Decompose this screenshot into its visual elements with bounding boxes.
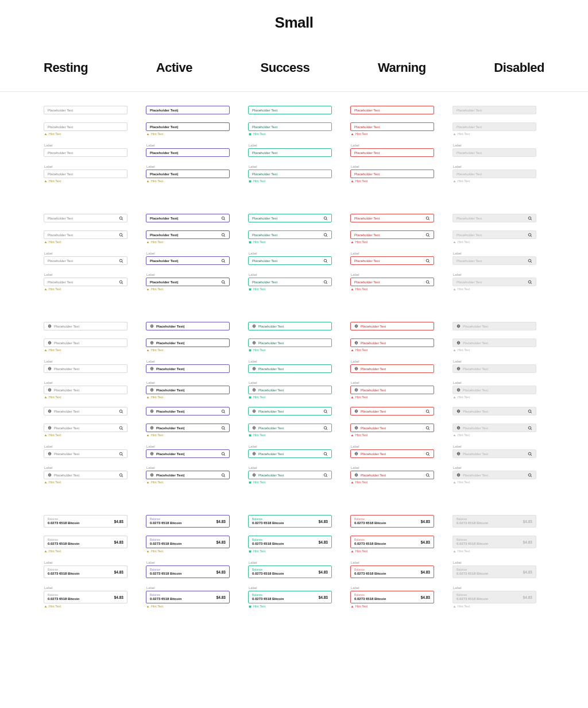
text-input[interactable]: Placeholder Text| (146, 256, 230, 265)
text-input[interactable]: Placeholder Text (248, 256, 332, 265)
balance-input[interactable]: Balance 0.0273 6518 Bitcoin $4.83 (248, 536, 332, 548)
text-input[interactable]: Placeholder Text (44, 386, 127, 394)
text-input[interactable]: Placeholder Text| (146, 386, 230, 394)
globe-icon (252, 409, 256, 413)
placeholder-text: Placeholder Text (54, 341, 79, 345)
text-input[interactable]: Placeholder Text| (146, 170, 230, 178)
balance-input[interactable]: Balance 0.0273 6518 Bitcoin $4.83 (146, 565, 230, 578)
text-input[interactable]: Placeholder Text (248, 170, 332, 178)
text-input[interactable]: Placeholder Text (248, 449, 332, 458)
text-input[interactable]: Placeholder Text| (146, 471, 230, 479)
text-input[interactable]: Placeholder Text (44, 278, 127, 286)
text-input[interactable]: Placeholder Text (44, 322, 127, 330)
text-input[interactable]: Placeholder Text (44, 148, 127, 157)
text-input[interactable]: Placeholder Text (350, 256, 434, 265)
text-input[interactable]: Placeholder Text| (146, 322, 230, 330)
text-input[interactable]: Placeholder Text| (146, 278, 230, 286)
hint-icon (146, 396, 149, 399)
text-input[interactable]: Placeholder Text| (146, 122, 230, 131)
text-input[interactable]: Placeholder Text (248, 106, 332, 114)
text-input[interactable]: Placeholder Text (44, 230, 127, 239)
text-input[interactable]: Placeholder Text (44, 449, 127, 458)
text-input[interactable]: Placeholder Text| (146, 407, 230, 415)
balance-input[interactable]: Balance 0.0273 6518 Bitcoin $4.83 (248, 591, 332, 603)
text-input[interactable]: Placeholder Text (248, 214, 332, 222)
variant-cell: Placeholder TextHint Text (350, 230, 434, 244)
balance-input[interactable]: Balance 0.0273 6518 Bitcoin $4.83 (248, 515, 332, 528)
text-input[interactable]: Placeholder Text (248, 407, 332, 415)
text-input[interactable]: Placeholder Text (248, 471, 332, 479)
balance-input[interactable]: Balance 0.0273 6518 Bitcoin $4.83 (44, 536, 127, 548)
text-input[interactable]: Placeholder Text (44, 364, 127, 373)
text-input[interactable]: Placeholder Text (350, 106, 434, 114)
text-input[interactable]: Placeholder Text (44, 407, 127, 415)
text-input[interactable]: Placeholder Text| (146, 230, 230, 239)
text-input[interactable]: Placeholder Text (350, 170, 434, 178)
variant-row: Placeholder TextPlaceholder Text|Placeho… (44, 322, 544, 330)
text-input[interactable]: Placeholder Text (248, 338, 332, 347)
hint-icon (249, 550, 252, 553)
text-input[interactable]: Placeholder Text| (146, 148, 230, 157)
text-input[interactable]: Placeholder Text (350, 278, 434, 286)
text-input[interactable]: Placeholder Text (248, 386, 332, 394)
text-input[interactable]: Placeholder Text (248, 122, 332, 131)
variant-cell: LabelPlaceholder TextHint Text (350, 466, 434, 484)
search-icon (528, 452, 532, 456)
balance-input[interactable]: Balance 0.0273 6518 Bitcoin $4.83 (350, 515, 434, 528)
text-input[interactable]: Placeholder Text (248, 148, 332, 157)
text-input[interactable]: Placeholder Text (350, 364, 434, 373)
text-input[interactable]: Placeholder Text (44, 170, 127, 178)
search-icon (528, 259, 532, 263)
search-icon (528, 409, 532, 414)
text-input[interactable]: Placeholder Text (350, 338, 434, 347)
text-input[interactable]: Placeholder Text (44, 338, 127, 347)
text-input[interactable]: Placeholder Text (350, 322, 434, 330)
text-input[interactable]: Placeholder Text (248, 424, 332, 432)
balance-input[interactable]: Balance 0.0273 6518 Bitcoin $4.83 (350, 565, 434, 578)
text-input[interactable]: Placeholder Text (44, 424, 127, 432)
balance-input[interactable]: Balance 0.0273 6518 Bitcoin $4.83 (350, 591, 434, 603)
text-input[interactable]: Placeholder Text (44, 122, 127, 131)
balance-input[interactable]: Balance 0.0273 6518 Bitcoin $4.83 (146, 536, 230, 548)
text-input[interactable]: Placeholder Text| (146, 424, 230, 432)
text-input[interactable]: Placeholder Text (44, 106, 127, 114)
balance-input[interactable]: Balance 0.0273 6518 Bitcoin $4.83 (44, 565, 127, 578)
text-input[interactable]: Placeholder Text (248, 278, 332, 286)
balance-input[interactable]: Balance 0.0273 6518 Bitcoin $4.83 (248, 565, 332, 578)
text-input[interactable]: Placeholder Text (350, 471, 434, 479)
hint-text: Hint Text (146, 287, 230, 291)
text-input[interactable]: Placeholder Text (44, 214, 127, 222)
balance-input[interactable]: Balance 0.0273 6518 Bitcoin $4.83 (350, 536, 434, 548)
text-input[interactable]: Placeholder Text| (146, 449, 230, 458)
balance-price: $4.83 (523, 540, 532, 544)
balance-input[interactable]: Balance 0.0273 6518 Bitcoin $4.83 (44, 591, 127, 603)
balance-label: Balance (354, 518, 430, 521)
text-input[interactable]: Placeholder Text (350, 148, 434, 157)
text-input[interactable]: Placeholder Text (44, 256, 127, 265)
field-label: Label (248, 273, 332, 276)
hint-icon (146, 133, 149, 136)
text-input[interactable]: Placeholder Text (350, 214, 434, 222)
balance-input[interactable]: Balance 0.0273 6518 Bitcoin $4.83 (146, 515, 230, 528)
hint-icon (453, 550, 456, 553)
text-input[interactable]: Placeholder Text (350, 449, 434, 458)
text-input[interactable]: Placeholder Text (248, 322, 332, 330)
text-input[interactable]: Placeholder Text (350, 407, 434, 415)
placeholder-text: Placeholder Text| (156, 410, 184, 413)
text-input[interactable]: Placeholder Text (350, 122, 434, 131)
hint-icon (249, 605, 252, 608)
text-input[interactable]: Placeholder Text (350, 424, 434, 432)
text-input[interactable]: Placeholder Text (248, 230, 332, 239)
balance-input[interactable]: Balance 0.0273 6518 Bitcoin $4.83 (44, 515, 127, 528)
text-input[interactable]: Placeholder Text| (146, 214, 230, 222)
text-input[interactable]: Placeholder Text (248, 364, 332, 373)
text-input[interactable]: Placeholder Text| (146, 338, 230, 347)
text-input[interactable]: Placeholder Text| (146, 364, 230, 373)
text-input[interactable]: Placeholder Text (44, 471, 127, 479)
balance-price: $4.83 (523, 595, 532, 599)
text-input[interactable]: Placeholder Text (350, 386, 434, 394)
variant-cell: Placeholder TextHint Text (44, 424, 127, 437)
text-input[interactable]: Placeholder Text (350, 230, 434, 239)
balance-input[interactable]: Balance 0.0273 6518 Bitcoin $4.83 (146, 591, 230, 603)
text-input[interactable]: Placeholder Text| (146, 106, 230, 114)
